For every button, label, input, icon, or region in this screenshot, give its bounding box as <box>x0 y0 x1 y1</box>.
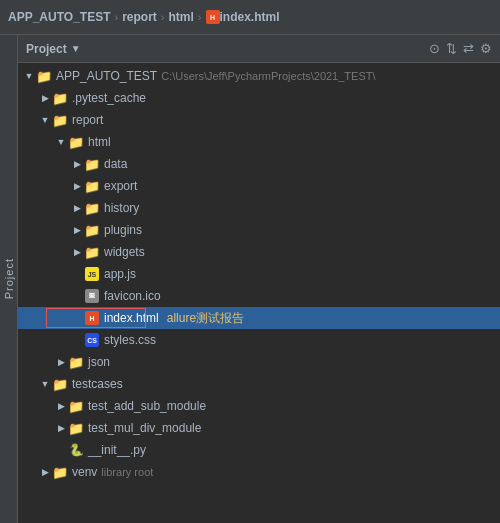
tree-item-styles-css[interactable]: CS styles.css <box>18 329 500 351</box>
tree-item-history[interactable]: 📁 history <box>18 197 500 219</box>
panel-header: Project ▼ ⊙ ⇅ ⇄ ⚙ <box>18 35 500 63</box>
css-file-icon: CS <box>84 332 100 348</box>
venv-folder-icon: 📁 <box>52 464 68 480</box>
tree-item-html[interactable]: 📁 html <box>18 131 500 153</box>
panel-header-left: Project ▼ <box>26 42 81 56</box>
locate-icon[interactable]: ⊙ <box>429 41 440 56</box>
html-file-icon-tree: H <box>84 310 100 326</box>
html-file-icon: H <box>206 10 220 24</box>
tree-item-data[interactable]: 📁 data <box>18 153 500 175</box>
data-folder-icon: 📁 <box>84 156 100 172</box>
panel-header-title: Project <box>26 42 67 56</box>
test-mul-div-folder-icon: 📁 <box>68 420 84 436</box>
tree-item-venv[interactable]: 📁 venv library root <box>18 461 500 483</box>
appjs-label: app.js <box>104 267 136 281</box>
breadcrumb-report[interactable]: report <box>122 10 157 24</box>
ico-icon-inner: 🖼 <box>85 289 99 303</box>
side-tab-label[interactable]: Project <box>3 258 15 299</box>
tree-item-pytest-cache[interactable]: 📁 .pytest_cache <box>18 87 500 109</box>
venv-arrow[interactable] <box>38 465 52 479</box>
pytest-cache-arrow[interactable] <box>38 91 52 105</box>
breadcrumb-index-html[interactable]: H index.html <box>206 10 280 24</box>
tree-item-test-add-sub[interactable]: 📁 test_add_sub_module <box>18 395 500 417</box>
stylescss-label: styles.css <box>104 333 156 347</box>
plugins-label: plugins <box>104 223 142 237</box>
favicon-label: favicon.ico <box>104 289 161 303</box>
root-label: APP_AUTO_TEST <box>56 69 157 83</box>
allure-annotation-label: allure测试报告 <box>167 310 244 327</box>
root-path: C:\Users\Jeff\PycharmProjects\2021_TEST\ <box>161 70 375 82</box>
widgets-label: widgets <box>104 245 145 259</box>
test-mul-div-arrow[interactable] <box>54 421 68 435</box>
plugins-arrow[interactable] <box>70 223 84 237</box>
panel-header-icons: ⊙ ⇅ ⇄ ⚙ <box>429 41 492 56</box>
history-arrow[interactable] <box>70 201 84 215</box>
export-label: export <box>104 179 137 193</box>
export-folder-icon: 📁 <box>84 178 100 194</box>
history-folder-icon: 📁 <box>84 200 100 216</box>
breadcrumb-sep-1: › <box>114 11 118 23</box>
venv-suffix: library root <box>101 466 153 478</box>
export-arrow[interactable] <box>70 179 84 193</box>
settings-icon[interactable]: ⚙ <box>480 41 492 56</box>
main-area: Project Project ▼ ⊙ ⇅ ⇄ ⚙ 📁 APP_AUTO_ <box>0 35 500 523</box>
file-tree: 📁 APP_AUTO_TEST C:\Users\Jeff\PycharmPro… <box>18 63 500 485</box>
test-add-sub-arrow[interactable] <box>54 399 68 413</box>
py-file-icon: 🐍 <box>68 442 84 458</box>
js-file-icon: JS <box>84 266 100 282</box>
tree-item-export[interactable]: 📁 export <box>18 175 500 197</box>
html-icon-inner: H <box>85 311 99 325</box>
breadcrumb-bar: APP_AUTO_TEST › report › html › H index.… <box>0 0 500 35</box>
testcases-arrow[interactable] <box>38 377 52 391</box>
breadcrumb-root-label: APP_AUTO_TEST <box>8 10 110 24</box>
tree-item-plugins[interactable]: 📁 plugins <box>18 219 500 241</box>
initpy-label: __init__.py <box>88 443 146 457</box>
breadcrumb-html[interactable]: html <box>168 10 193 24</box>
tree-root[interactable]: 📁 APP_AUTO_TEST C:\Users\Jeff\PycharmPro… <box>18 65 500 87</box>
sort-icon[interactable]: ⇅ <box>446 41 457 56</box>
tree-item-json[interactable]: 📁 json <box>18 351 500 373</box>
venv-label: venv <box>72 465 97 479</box>
tree-item-index-html[interactable]: H index.html allure测试报告 <box>18 307 500 329</box>
data-arrow[interactable] <box>70 157 84 171</box>
widgets-folder-icon: 📁 <box>84 244 100 260</box>
panel-header-dropdown-arrow[interactable]: ▼ <box>71 43 81 54</box>
side-tab[interactable]: Project <box>0 35 18 523</box>
json-label: json <box>88 355 110 369</box>
report-arrow[interactable] <box>38 113 52 127</box>
breadcrumb-root[interactable]: APP_AUTO_TEST <box>8 10 110 24</box>
widgets-arrow[interactable] <box>70 245 84 259</box>
data-label: data <box>104 157 127 171</box>
indexhtml-label: index.html <box>104 311 159 325</box>
tree-item-test-mul-div[interactable]: 📁 test_mul_div_module <box>18 417 500 439</box>
json-arrow[interactable] <box>54 355 68 369</box>
plugins-folder-icon: 📁 <box>84 222 100 238</box>
test-add-sub-folder-icon: 📁 <box>68 398 84 414</box>
report-label: report <box>72 113 103 127</box>
root-arrow[interactable] <box>22 69 36 83</box>
tree-item-widgets[interactable]: 📁 widgets <box>18 241 500 263</box>
ico-file-icon: 🖼 <box>84 288 100 304</box>
project-panel[interactable]: Project ▼ ⊙ ⇅ ⇄ ⚙ 📁 APP_AUTO_TEST C:\Use… <box>18 35 500 523</box>
json-folder-icon: 📁 <box>68 354 84 370</box>
html-arrow[interactable] <box>54 135 68 149</box>
breadcrumb-sep-2: › <box>161 11 165 23</box>
css-icon-inner: CS <box>85 333 99 347</box>
tree-item-favicon[interactable]: 🖼 favicon.ico <box>18 285 500 307</box>
testcases-label: testcases <box>72 377 123 391</box>
tree-item-testcases[interactable]: 📁 testcases <box>18 373 500 395</box>
breadcrumb-report-label: report <box>122 10 157 24</box>
breadcrumb-index-html-label: index.html <box>220 10 280 24</box>
collapse-icon[interactable]: ⇄ <box>463 41 474 56</box>
js-icon-inner: JS <box>85 267 99 281</box>
tree-item-report[interactable]: 📁 report <box>18 109 500 131</box>
pytest-cache-folder-icon: 📁 <box>52 90 68 106</box>
html-folder-icon: 📁 <box>68 134 84 150</box>
tree-item-init-py[interactable]: 🐍 __init__.py <box>18 439 500 461</box>
html-label: html <box>88 135 111 149</box>
root-folder-icon: 📁 <box>36 68 52 84</box>
report-folder-icon: 📁 <box>52 112 68 128</box>
test-add-sub-label: test_add_sub_module <box>88 399 206 413</box>
tree-item-app-js[interactable]: JS app.js <box>18 263 500 285</box>
pytest-cache-label: .pytest_cache <box>72 91 146 105</box>
